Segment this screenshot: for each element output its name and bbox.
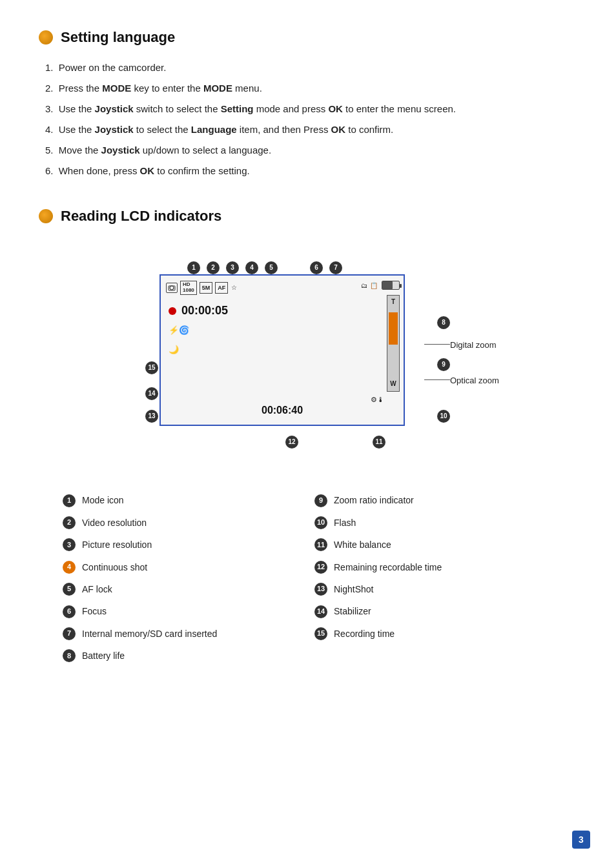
indicator-row-4: 4 Continuous shot — [63, 558, 302, 577]
lcd-sd-icon: 🗂 — [361, 281, 367, 291]
indicator-badge-15: 15 — [314, 627, 327, 640]
lcd-mem-icon: 📋 — [370, 281, 378, 291]
indicator-badge-12: 12 — [314, 561, 327, 574]
indicator-label-6: Focus — [82, 604, 107, 618]
indicator-row-14: 14 Stabilizer — [314, 601, 553, 621]
reading-lcd-title: Reading LCD indicators — [61, 205, 221, 227]
indicator-label-3: Picture resolution — [82, 538, 152, 552]
indicator-badge-5: 5 — [63, 583, 76, 596]
lcd-camera-icon — [166, 283, 178, 293]
indicator-badge-14: 14 — [314, 605, 327, 618]
zoom-t-label: T — [391, 297, 395, 307]
indicator-label-1: Mode icon — [82, 493, 124, 507]
optical-zoom-line — [424, 379, 450, 380]
indicator-row-8: 8 Battery life — [63, 646, 302, 665]
diag-badge-4: 4 — [245, 261, 258, 274]
indicator-badge-1: 1 — [63, 494, 76, 507]
indicator-badge-4: 4 — [63, 561, 76, 574]
lcd-icon5: ☆ — [231, 282, 238, 294]
indicator-badge-13: 13 — [314, 583, 327, 596]
lcd-nightshot-icon: 🌙 — [169, 343, 179, 357]
indicator-label-12: Remaining recordable time — [334, 560, 442, 574]
indicator-row-7: 7 Internal memory/SD card inserted — [63, 624, 302, 643]
lcd-screen: HD1080 5M AF ☆ 🗂 📋 00:00:05 ⚡🌀 🌙 — [159, 274, 405, 426]
setting-language-steps: 1. Power on the camcorder. 2. Press the … — [39, 60, 577, 179]
diag-badge-15: 15 — [145, 361, 158, 374]
lcd-hd-badge: HD1080 — [180, 281, 197, 295]
reading-lcd-header: Reading LCD indicators — [39, 205, 577, 227]
section-icon-orange — [39, 30, 53, 45]
lcd-diagram-wrapper: HD1080 5M AF ☆ 🗂 📋 00:00:05 ⚡🌀 🌙 — [121, 239, 495, 471]
step-5: 5. Move the Joystick up/down to select a… — [45, 143, 577, 158]
indicator-label-5: AF lock — [82, 582, 112, 596]
lcd-top-icons-row: HD1080 5M AF ☆ — [166, 281, 238, 295]
lcd-zoom-bar: T W — [387, 295, 400, 392]
diag-badge-6: 6 — [310, 261, 323, 274]
diag-badge-1: 1 — [187, 261, 200, 274]
diag-badge-3: 3 — [226, 261, 239, 274]
indicator-label-15: Recording time — [334, 627, 395, 641]
svg-point-0 — [170, 286, 174, 290]
diag-badge-14: 14 — [145, 387, 158, 400]
indicator-label-4: Continuous shot — [82, 560, 147, 574]
indicator-badge-10: 10 — [314, 516, 327, 529]
lcd-battery-icon — [382, 281, 400, 290]
indicator-label-8: Battery life — [82, 649, 125, 663]
step-4: 4. Use the Joystick to select the Langua… — [45, 122, 577, 137]
diag-badge-5: 5 — [265, 261, 278, 274]
indicator-row-11: 11 White balance — [314, 535, 553, 554]
optical-zoom-label: Optical zoom — [450, 374, 499, 388]
lcd-rec-dot — [169, 307, 176, 315]
indicator-label-11: White balance — [334, 538, 391, 552]
indicator-badge-8: 8 — [63, 649, 76, 662]
indicator-row-3: 3 Picture resolution — [63, 535, 302, 554]
lcd-rec-row: 00:00:05 — [169, 301, 228, 320]
indicator-label-14: Stabilizer — [334, 604, 371, 618]
lcd-5m-badge: 5M — [200, 282, 213, 294]
diag-badge-10: 10 — [437, 410, 450, 423]
indicator-row-13: 13 NightShot — [314, 580, 553, 599]
indicator-row-9: 9 Zoom ratio indicator — [314, 490, 553, 510]
indicator-badge-7: 7 — [63, 627, 76, 640]
indicator-badge-2: 2 — [63, 516, 76, 529]
lcd-rec-time: 00:00:05 — [181, 301, 228, 320]
step-3: 3. Use the Joystick switch to select the… — [45, 101, 577, 117]
step-2: 2. Press the MODE key to enter the MODE … — [45, 81, 577, 96]
indicator-label-7: Internal memory/SD card inserted — [82, 627, 217, 641]
setting-language-title: Setting language — [61, 26, 175, 48]
diag-badge-7: 7 — [329, 261, 342, 274]
indicators-grid: 1 Mode icon 9 Zoom ratio indicator 2 Vid… — [63, 490, 553, 665]
zoom-fill — [389, 312, 398, 345]
diag-badge-13: 13 — [145, 410, 158, 423]
diag-badge-12: 12 — [285, 436, 298, 449]
indicator-row-10: 10 Flash — [314, 513, 553, 532]
indicator-badge-11: 11 — [314, 538, 327, 551]
lcd-stabilizer-icon: ⚡🌀 — [169, 324, 189, 338]
indicator-row-1: 1 Mode icon — [63, 490, 302, 510]
diag-badge-2: 2 — [207, 261, 220, 274]
section-icon-orange-2 — [39, 209, 53, 223]
zoom-w-label: W — [390, 379, 396, 389]
indicator-badge-9: 9 — [314, 494, 327, 507]
indicator-row-6: 6 Focus — [63, 601, 302, 621]
lcd-bottom-icons: ⚙🌡 — [371, 394, 384, 406]
lcd-af-badge: AF — [215, 282, 228, 294]
indicator-row-5: 5 AF lock — [63, 580, 302, 599]
digital-zoom-label: Digital zoom — [450, 339, 497, 352]
indicator-label-13: NightShot — [334, 582, 373, 596]
lcd-right-icons: 🗂 📋 — [361, 281, 378, 291]
indicator-label-2: Video resolution — [82, 516, 147, 530]
indicator-badge-3: 3 — [63, 538, 76, 551]
diag-badge-9: 9 — [437, 358, 450, 371]
indicator-row-15: 15 Recording time — [314, 624, 553, 643]
indicator-row-2: 2 Video resolution — [63, 513, 302, 532]
lcd-remaining-time: 00:06:40 — [262, 402, 303, 419]
indicator-badge-6: 6 — [63, 605, 76, 618]
diag-badge-8: 8 — [437, 316, 450, 329]
digital-zoom-line — [424, 344, 450, 345]
step-1: 1. Power on the camcorder. — [45, 60, 577, 76]
indicator-label-10: Flash — [334, 516, 356, 530]
page-number: 3 — [572, 831, 590, 849]
diag-badge-11: 11 — [373, 436, 385, 449]
indicator-row-12: 12 Remaining recordable time — [314, 558, 553, 577]
